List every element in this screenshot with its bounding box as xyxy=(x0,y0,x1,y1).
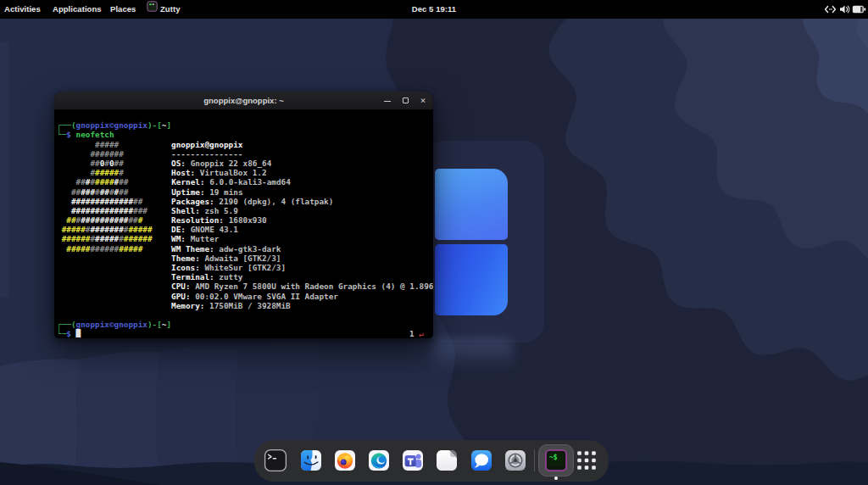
dock-running-indicator xyxy=(554,477,558,480)
terminal-window: gnoppix@gnoppix: ~ × ┌──(gnoppix©gnoppix… xyxy=(54,92,433,338)
dock-zutty-icon[interactable]: ~$ xyxy=(538,444,574,477)
applications-menu[interactable]: Applications xyxy=(53,0,102,19)
terminal-line: ############### Packages: 2190 (dpkg), 4… xyxy=(57,197,433,206)
clock[interactable]: Dec 5 19:11 xyxy=(412,0,456,19)
dock-files-icon[interactable] xyxy=(299,449,323,472)
wallpaper-logo-square-bottom xyxy=(435,244,508,315)
terminal-line: ##### gnoppix@gnoppix xyxy=(57,140,433,149)
terminal-line: GPU: 00:02.0 VMware SVGA II Adapter xyxy=(57,292,433,301)
network-icon[interactable] xyxy=(824,4,837,16)
top-bar: Activities Applications Places Zutty Dec… xyxy=(0,0,868,19)
dock-teams-icon[interactable] xyxy=(401,449,425,472)
minimize-button[interactable] xyxy=(381,92,393,110)
terminal-line: ################### WM: Mutter xyxy=(57,234,433,243)
dock-edge-icon[interactable] xyxy=(367,449,391,472)
terminal-line: ####### Host: VirtualBox 1.2 xyxy=(57,168,433,177)
focused-app-menu[interactable]: Zutty xyxy=(160,0,180,19)
minimize-icon xyxy=(384,101,391,102)
terminal-line: ################ Resolution: 1680x930 xyxy=(57,215,433,225)
close-button[interactable]: × xyxy=(417,92,429,110)
terminal-line: ┌──(gnoppix©gnoppix)-[~] xyxy=(57,320,433,329)
terminal-line: └─$ neofetch xyxy=(57,130,433,139)
places-menu[interactable]: Places xyxy=(110,0,136,19)
terminal-line: Theme: Adwaita [GTK2/3] xyxy=(57,254,433,263)
wallpaper-logo-reflection xyxy=(432,339,514,378)
maximize-button[interactable] xyxy=(399,92,411,110)
dock-settings-icon[interactable] xyxy=(504,449,527,472)
terminal-line: ┌──(gnoppix©gnoppix)-[~] xyxy=(57,120,433,130)
terminal-line: ################ Shell: zsh 5.9 xyxy=(57,206,433,215)
terminal-line: ################### DE: GNOME 43.1 xyxy=(57,225,433,234)
maximize-icon xyxy=(403,98,409,103)
dock-terminal-icon[interactable] xyxy=(264,449,287,472)
terminal-line: Terminal: zutty xyxy=(57,272,433,282)
battery-icon[interactable] xyxy=(852,4,866,16)
zutty-mini-icon xyxy=(147,1,158,12)
dock-app-grid-icon[interactable] xyxy=(575,449,598,472)
terminal-line: ####### --------------- xyxy=(57,149,433,159)
terminal-line: ################ WM Theme: adw-gtk3-dark xyxy=(57,244,433,254)
volume-icon[interactable] xyxy=(839,4,850,16)
terminal-line: └─$ █1 ↵ xyxy=(57,329,433,337)
dock-separator xyxy=(534,449,535,471)
terminal-line: Memory: 1750MiB / 3928MiB xyxy=(57,301,433,310)
terminal-line: CPU: AMD Ryzen 7 5800U with Radeon Graph… xyxy=(57,282,433,291)
focused-app-icon xyxy=(147,0,158,11)
zutty-screen-text: ~$ xyxy=(549,454,558,461)
terminal-line: ########### Kernel: 6.0.0-kali3-amd64 xyxy=(57,177,433,187)
desktop: Activities Applications Places Zutty Dec… xyxy=(0,0,868,485)
terminal-line: Icons: WhiteSur [GTK2/3] xyxy=(57,263,433,272)
window-title: gnoppix@gnoppix: ~ xyxy=(54,92,433,110)
terminal-content[interactable]: ┌──(gnoppix©gnoppix)-[~]└─$ neofetch ###… xyxy=(54,110,433,337)
dock-messages-icon[interactable] xyxy=(470,449,493,472)
terminal-line xyxy=(57,111,433,120)
wallpaper-logo-square-top xyxy=(435,169,508,240)
dock-firefox-icon[interactable] xyxy=(333,449,357,472)
terminal-line: ############ Uptime: 19 mins xyxy=(57,187,433,197)
terminal-line: ##0#0## OS: Gnoppix 22 x86_64 xyxy=(57,159,433,168)
window-titlebar[interactable]: gnoppix@gnoppix: ~ × xyxy=(54,92,433,110)
dock-notes-icon[interactable] xyxy=(435,449,459,472)
terminal-line xyxy=(57,310,433,320)
activities-button[interactable]: Activities xyxy=(4,0,41,19)
dock: ~$ xyxy=(254,440,609,482)
